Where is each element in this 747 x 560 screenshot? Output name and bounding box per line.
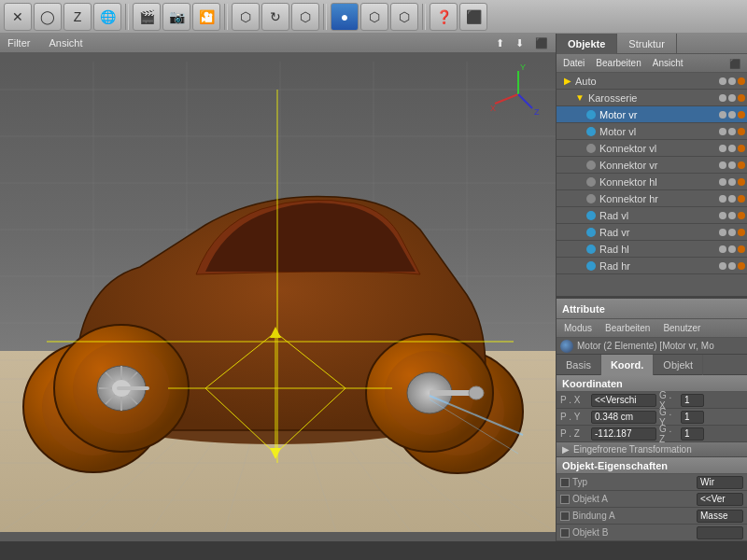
viewport-menu-ansicht[interactable]: Ansicht: [45, 37, 86, 49]
attr-row-px: P . X G . X: [557, 392, 747, 409]
toolbar-btn-sub[interactable]: ⬡: [291, 3, 319, 31]
attr-fold-transform[interactable]: ▶ Eingefrorene Transformation: [557, 442, 747, 457]
attr-ginput-py[interactable]: [681, 411, 704, 424]
ctrl-rvr3: [738, 229, 745, 236]
tree-controls-kvr: [719, 161, 747, 169]
ctrl-rvl2: [728, 212, 736, 219]
attr-ginput-pz[interactable]: [681, 427, 704, 441]
tree-item-rad-vr[interactable]: Rad vr: [557, 224, 747, 241]
tree-item-motor-vr[interactable]: Motor vr: [557, 106, 747, 123]
attribute-panel-header: Attribute: [557, 299, 747, 319]
ctrl-kvr2: [728, 161, 736, 169]
ctrl-kvr1: [719, 161, 726, 169]
tree-item-konnektor-vr[interactable]: Konnektor vr: [557, 157, 747, 174]
tree-dot-1: [719, 77, 726, 85]
attr-mode-koord[interactable]: Koord.: [601, 355, 654, 375]
toolbar-btn-z[interactable]: Z: [63, 3, 92, 31]
attr-input-pz[interactable]: [591, 427, 656, 441]
prop-value-bindA[interactable]: Masse: [697, 510, 743, 523]
attr-obj-name-text: Motor (2 Elemente) [Motor vr, Mo: [577, 341, 714, 351]
viewport-3d[interactable]: Filter Ansicht ⬆ ⬇ ⬛: [0, 34, 556, 541]
attr-tab-bearbeiten[interactable]: Bearbeiten: [601, 323, 654, 333]
ctrl-rvl3: [738, 212, 745, 219]
obj-toolbar-bearbeiten[interactable]: Bearbeiten: [593, 58, 643, 68]
tree-label-kvr: Konnektor vr: [599, 160, 657, 171]
tree-item-karosserie[interactable]: ▼ Karosserie: [557, 90, 747, 106]
tree-item-konnektor-hr[interactable]: Konnektor hr: [557, 190, 747, 207]
attr-input-py[interactable]: [591, 411, 656, 424]
tab-objekte[interactable]: Objekte: [557, 34, 617, 54]
prop-value-objB[interactable]: [697, 526, 743, 539]
tab-struktur[interactable]: Struktur: [617, 34, 677, 54]
checkbox-objB[interactable]: [560, 528, 570, 538]
ctrl-rhr3: [738, 262, 745, 270]
tree-controls-khl: [719, 178, 747, 186]
ctrl-mv1: [719, 111, 726, 119]
toolbar-btn-blue[interactable]: ●: [331, 3, 359, 31]
toolbar-btn-extra[interactable]: ⬛: [459, 3, 487, 31]
ctrl-kvr3: [738, 161, 745, 169]
object-tree[interactable]: ▶ Auto ▼ Karosserie: [557, 73, 747, 297]
tree-item-auto[interactable]: ▶ Auto: [557, 73, 747, 90]
tree-dot-rvl: [586, 211, 596, 220]
viewport-icon-3[interactable]: ⬛: [531, 37, 552, 49]
attribute-mode-tabs: Basis Koord. Objekt: [557, 355, 747, 375]
checkbox-typ[interactable]: [560, 478, 570, 487]
viewport-icon-2[interactable]: ⬇: [512, 37, 528, 49]
checkbox-objA[interactable]: [560, 495, 570, 504]
obj-toolbar-ansicht[interactable]: Ansicht: [650, 58, 686, 68]
tree-item-konnektor-vl[interactable]: Konnektor vl: [557, 140, 747, 157]
attr-tab-benutzer[interactable]: Benutzer: [659, 323, 704, 333]
tree-dot-orange: [738, 77, 745, 85]
koordinaten-section-title: Koordinaten: [557, 375, 747, 392]
toolbar-sep-4: [422, 4, 426, 30]
attr-mode-basis[interactable]: Basis: [557, 355, 601, 375]
attr-row-pz: P . Z G . Z: [557, 426, 747, 442]
right-panel: Objekte Struktur Datei Bearbeiten Ansich…: [556, 34, 747, 541]
checkbox-bindA[interactable]: [560, 511, 570, 521]
toolbar-btn-sym2[interactable]: ⬡: [390, 3, 418, 31]
tree-item-konnektor-hl[interactable]: Konnektor hl: [557, 174, 747, 190]
ctrl-rhl3: [738, 245, 745, 253]
ctrl-khr1: [719, 195, 726, 203]
svg-point-51: [469, 386, 484, 399]
attr-mode-icon: [560, 340, 573, 353]
tree-controls-auto: [719, 77, 747, 85]
tree-label-motor-vl: Motor vl: [599, 126, 636, 137]
viewport-icon-1[interactable]: ⬆: [492, 37, 508, 49]
toolbar-btn-clap[interactable]: 🎬: [133, 3, 161, 31]
attr-prop-label-objA: Objekt A: [572, 494, 608, 504]
toolbar-btn-x[interactable]: ✕: [4, 3, 32, 31]
tree-dot-khl: [586, 177, 596, 187]
obj-toolbar-datei[interactable]: Datei: [560, 58, 587, 68]
toolbar-btn-camera[interactable]: 📷: [162, 3, 190, 31]
toolbar-btn-sym1[interactable]: ⬡: [360, 3, 388, 31]
viewport-menu-filter[interactable]: Filter: [4, 37, 34, 49]
attr-mode-objekt[interactable]: Objekt: [654, 355, 703, 375]
ctrl-rvr1: [719, 229, 726, 236]
tree-item-rad-hl[interactable]: Rad hl: [557, 241, 747, 258]
toolbar-btn-help[interactable]: ❓: [430, 3, 458, 31]
tree-dot-kvr: [586, 161, 596, 170]
toolbar-btn-poly[interactable]: ⬡: [232, 3, 260, 31]
tree-item-rad-hr[interactable]: Rad hr: [557, 258, 747, 274]
attr-label-px: P . X: [560, 395, 588, 405]
toolbar-btn-rotate[interactable]: ↻: [261, 3, 289, 31]
toolbar-btn-video[interactable]: 🎦: [192, 3, 220, 31]
tree-item-motor-vl[interactable]: Motor vl: [557, 123, 747, 140]
obj-toolbar-extra[interactable]: ⬛: [726, 59, 743, 69]
attr-input-px[interactable]: [591, 394, 656, 407]
ctrl-rhr1: [719, 262, 726, 270]
svg-text:Y: Y: [520, 63, 526, 72]
ctrl-rhl1: [719, 245, 726, 253]
toolbar-btn-y[interactable]: ◯: [34, 3, 62, 31]
attr-ginput-px[interactable]: [681, 394, 704, 407]
prop-value-typ[interactable]: Wir: [697, 476, 743, 489]
prop-value-objA[interactable]: <<Ver: [697, 493, 743, 506]
attr-row-py: P . Y G . Y: [557, 409, 747, 426]
toolbar-btn-globe[interactable]: 🌐: [93, 3, 121, 31]
scene-svg: X Y Z: [0, 34, 556, 541]
attr-tab-modus[interactable]: Modus: [560, 323, 596, 333]
tree-item-rad-vl[interactable]: Rad vl: [557, 207, 747, 224]
tree-dot-khr: [586, 194, 596, 203]
